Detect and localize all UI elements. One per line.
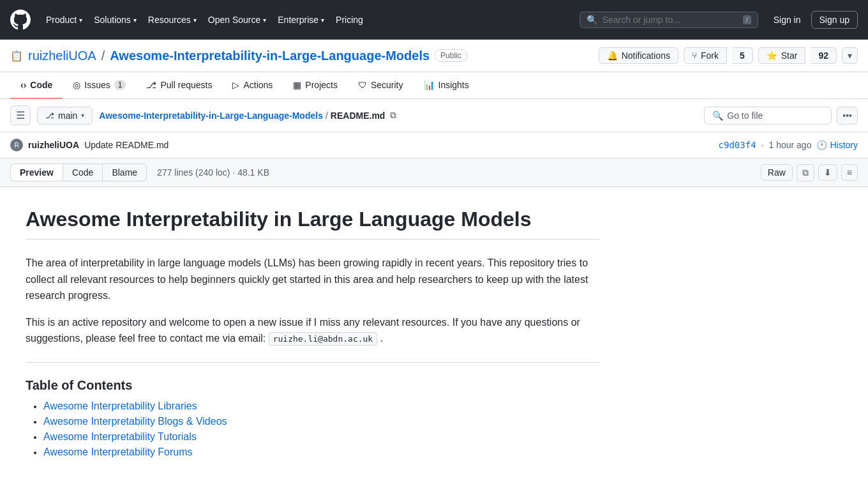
fork-count: 5 [732, 47, 753, 64]
tab-projects[interactable]: ▦ Projects [283, 72, 348, 99]
commit-bar: R ruizheliUOA Update README.md c9d03f4 ·… [0, 132, 868, 158]
list-item: Awesome Interpretability Forums [43, 446, 600, 458]
commit-separator: · [761, 140, 764, 150]
copy-raw-button[interactable]: ⧉ [797, 164, 814, 181]
file-action-buttons: Raw ⧉ ⬇ ≡ [761, 164, 858, 181]
repo-separator: / [101, 49, 105, 63]
more-actions-button[interactable]: ••• [837, 107, 858, 125]
toc-link-tutorials[interactable]: Awesome Interpretability Tutorials [43, 431, 197, 442]
nav-pricing[interactable]: Pricing [331, 11, 368, 29]
commit-hash-link[interactable]: c9d03f4 [719, 140, 756, 150]
search-input[interactable] [602, 15, 738, 25]
issues-badge: 1 [114, 80, 126, 90]
blame-tab[interactable]: Blame [102, 164, 147, 181]
branch-chevron-icon: ▾ [81, 112, 84, 119]
repo-tabs: ‹› Code ◎ Issues 1 ⎇ Pull requests ▷ Act… [0, 72, 868, 99]
tab-security[interactable]: 🛡 Security [348, 72, 414, 99]
readme-content: Awesome Interpretability in Large Langua… [0, 187, 625, 482]
branch-name: main [58, 111, 77, 121]
pr-icon: ⎇ [146, 80, 156, 90]
avatar: R [10, 139, 23, 151]
file-bar: ☰ ⎇ main ▾ Awesome-Interpretability-in-L… [0, 99, 868, 132]
branch-icon: ⎇ [45, 111, 54, 120]
insights-icon: 📊 [424, 80, 435, 90]
table-of-contents-button[interactable]: ≡ [841, 164, 858, 181]
search-icon: 🔍 [712, 111, 723, 121]
email-code: ruizhe.li@abdn.ac.uk [269, 332, 378, 346]
site-header: Product ▾ Solutions ▾ Resources ▾ Open S… [0, 0, 868, 40]
file-bar-left: ☰ ⎇ main ▾ Awesome-Interpretability-in-L… [10, 105, 399, 125]
tab-pull-requests[interactable]: ⎇ Pull requests [136, 72, 222, 99]
header-nav: Product ▾ Solutions ▾ Resources ▾ Open S… [41, 11, 569, 29]
list-item: Awesome Interpretability Tutorials [43, 431, 600, 443]
repo-action-buttons: 🔔 Notifications ⑂ Fork 5 ⭐ Star 92 ▾ [599, 47, 858, 64]
toc-list: Awesome Interpretability Libraries Aweso… [26, 400, 600, 458]
notifications-button[interactable]: 🔔 Notifications [599, 47, 678, 64]
history-clock-icon: 🕐 [816, 140, 827, 150]
code-icon: ‹› [20, 80, 26, 90]
sign-in-button[interactable]: Sign in [768, 11, 806, 29]
actions-icon: ▷ [232, 80, 239, 90]
star-icon: ⭐ [767, 50, 777, 61]
github-logo[interactable] [10, 10, 31, 30]
file-meta: 277 lines (240 loc) · 48.1 KB [157, 167, 269, 178]
list-item: Awesome Interpretability Libraries [43, 400, 600, 412]
shield-icon: 🛡 [358, 80, 367, 90]
nav-enterprise[interactable]: Enterprise ▾ [273, 11, 329, 29]
commit-bar-right: c9d03f4 · 1 hour ago 🕐 History [719, 140, 858, 150]
branch-selector[interactable]: ⎇ main ▾ [37, 107, 93, 125]
commit-author-link[interactable]: ruizheliUOA [28, 140, 79, 150]
star-count: 92 [811, 47, 837, 64]
sign-up-button[interactable]: Sign up [811, 11, 858, 29]
file-view-bar: Preview Code Blame 277 lines (240 loc) ·… [0, 158, 868, 187]
search-kbd: / [743, 15, 751, 24]
projects-icon: ▦ [293, 80, 301, 90]
header-search-box[interactable]: 🔍 / [580, 11, 758, 28]
breadcrumb-separator: / [326, 111, 328, 121]
file-view-tabs: Preview Code Blame 277 lines (240 loc) ·… [10, 164, 269, 181]
repo-header: 📋 ruizheliUOA / Awesome-Interpretability… [0, 40, 868, 72]
nav-resources[interactable]: Resources ▾ [143, 11, 202, 29]
issues-icon: ◎ [73, 80, 80, 90]
nav-solutions[interactable]: Solutions ▾ [89, 11, 142, 29]
list-item: Awesome Interpretability Blogs & Videos [43, 416, 600, 427]
copy-path-button[interactable]: ⧉ [387, 109, 399, 122]
repo-name-link[interactable]: Awesome-Interpretability-in-Large-Langua… [110, 49, 430, 63]
para2-suffix: . [380, 333, 383, 344]
toc-link-blogs[interactable]: Awesome Interpretability Blogs & Videos [43, 416, 227, 427]
toc-title: Table of Contents [26, 378, 600, 393]
star-button[interactable]: ⭐ Star [758, 47, 806, 64]
breadcrumb-file: README.md [331, 111, 385, 121]
breadcrumb: Awesome-Interpretability-in-Large-Langua… [99, 109, 399, 122]
tab-code[interactable]: ‹› Code [10, 72, 63, 99]
toc-link-forums[interactable]: Awesome Interpretability Forums [43, 446, 193, 457]
divider [26, 362, 600, 363]
raw-button[interactable]: Raw [761, 164, 793, 181]
readme-title: Awesome Interpretability in Large Langua… [26, 208, 600, 240]
history-button[interactable]: 🕐 History [816, 140, 858, 150]
tab-actions[interactable]: ▷ Actions [222, 72, 283, 99]
commit-message: Update README.md [84, 140, 168, 150]
more-options-button[interactable]: ▾ [842, 47, 858, 64]
file-bar-right: 🔍 Go to file ••• [704, 107, 858, 125]
bell-icon: 🔔 [607, 50, 618, 61]
sidebar-toggle-button[interactable]: ☰ [10, 105, 31, 125]
preview-tab[interactable]: Preview [10, 164, 63, 181]
nav-product[interactable]: Product ▾ [41, 11, 87, 29]
commit-bar-left: R ruizheliUOA Update README.md [10, 139, 168, 151]
toc-link-libraries[interactable]: Awesome Interpretability Libraries [43, 400, 197, 411]
repo-title-area: 📋 ruizheliUOA / Awesome-Interpretability… [10, 49, 467, 63]
visibility-badge: Public [435, 49, 467, 62]
breadcrumb-repo-link[interactable]: Awesome-Interpretability-in-Large-Langua… [99, 111, 323, 121]
go-to-file-button[interactable]: 🔍 Go to file [704, 107, 832, 125]
tab-insights[interactable]: 📊 Insights [414, 72, 479, 99]
download-button[interactable]: ⬇ [818, 164, 837, 181]
fork-button[interactable]: ⑂ Fork [684, 47, 727, 64]
fork-icon: ⑂ [692, 50, 697, 61]
readme-paragraph-2: This is an active repository and welcome… [26, 314, 600, 347]
nav-open-source[interactable]: Open Source ▾ [203, 11, 272, 29]
repo-owner-link[interactable]: ruizheliUOA [28, 49, 96, 63]
tab-issues[interactable]: ◎ Issues 1 [63, 72, 136, 99]
commit-time: 1 hour ago [768, 140, 811, 150]
code-tab[interactable]: Code [63, 164, 102, 181]
